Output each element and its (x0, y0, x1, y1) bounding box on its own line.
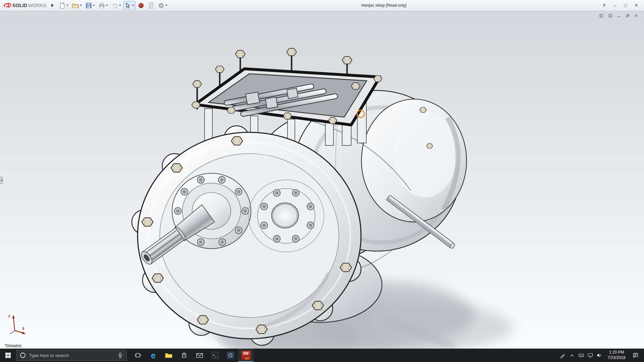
titlebar: SOLIDWORKS (0, 0, 644, 11)
undo-button[interactable] (110, 1, 122, 10)
network-icon (587, 352, 593, 358)
close-button[interactable]: × (631, 1, 641, 10)
rebuild-icon (138, 2, 144, 9)
start-button[interactable] (0, 349, 16, 362)
pen-workspace-button[interactable] (558, 349, 568, 362)
action-center-icon (633, 352, 639, 358)
pane-right-icon[interactable] (607, 13, 613, 18)
action-center-button[interactable] (629, 349, 642, 362)
app-tile-icon (227, 352, 234, 359)
save-button[interactable] (84, 1, 96, 10)
dropdown-arrow-icon[interactable] (106, 5, 108, 6)
solidworks-ds-icon (3, 2, 11, 8)
command-prompt-button[interactable]: >_ (207, 349, 223, 362)
cortana-icon (20, 352, 26, 358)
document-window-controls (598, 13, 639, 18)
mail-button[interactable] (192, 349, 207, 362)
pen-icon (560, 353, 566, 358)
touch-keyboard-icon (578, 352, 584, 358)
file-explorer-icon (165, 352, 172, 359)
mail-icon (196, 353, 203, 358)
orientation-triad: Y X (5, 313, 27, 337)
select-cursor-icon (125, 2, 131, 9)
clock-time: 1:20 PM (604, 350, 629, 355)
dropdown-arrow-icon[interactable] (165, 5, 167, 6)
app-tile-button[interactable] (223, 349, 238, 362)
rebuild-button[interactable] (137, 1, 146, 10)
solidworks-taskbar-button[interactable]: SW 2017 (238, 349, 254, 362)
store-button[interactable] (176, 349, 192, 362)
system-tray: 1:20 PM 7/23/2018 (558, 349, 644, 362)
file-properties-button[interactable] (147, 1, 156, 10)
undo-icon (112, 2, 118, 9)
open-folder-icon (72, 2, 79, 9)
doc-restore-button[interactable] (625, 13, 631, 18)
new-document-icon (59, 2, 65, 9)
pane-left-icon[interactable] (598, 13, 604, 18)
print-button[interactable] (97, 1, 109, 10)
dropdown-arrow-icon[interactable] (80, 5, 82, 6)
solidworks-2017-icon: SW 2017 (241, 351, 251, 360)
file-explorer-button[interactable] (161, 349, 176, 362)
brand-text-bold: SOLID (12, 3, 27, 8)
task-view-icon (135, 352, 141, 359)
options-button[interactable] (157, 1, 169, 10)
clock-date: 7/23/2018 (604, 355, 629, 361)
window-controls: ? – □ × (599, 1, 644, 10)
taskbar-clock[interactable]: 1:20 PM 7/23/2018 (604, 350, 629, 360)
chevron-up-icon (570, 353, 575, 358)
menu-expand-arrow-icon[interactable] (51, 4, 54, 7)
touch-keyboard-button[interactable] (577, 349, 586, 362)
triad-x-label: X (22, 327, 24, 330)
hidden-icons-button[interactable] (568, 349, 577, 362)
edge-icon: e (151, 351, 156, 360)
svg-text:>_: >_ (213, 353, 217, 357)
graphics-area[interactable]: Y X *Dimetric (0, 11, 644, 349)
open-button[interactable] (71, 1, 83, 10)
document-title: menjac sklop [Read-only] (169, 3, 599, 8)
save-icon (86, 2, 92, 9)
windows-logo-icon (5, 352, 11, 358)
doc-close-button[interactable] (633, 13, 639, 18)
quick-access-toolbar (58, 1, 169, 10)
solidworks-logo: SOLIDWORKS (0, 2, 49, 8)
maximize-button[interactable]: □ (621, 1, 631, 10)
taskbar-spacer (254, 349, 558, 362)
microphone-icon[interactable] (117, 352, 123, 358)
select-tool-button[interactable] (123, 1, 136, 10)
edge-button[interactable]: e (146, 349, 161, 362)
help-button[interactable]: ? (599, 1, 609, 10)
chevron-left-icon (1, 179, 2, 181)
network-button[interactable] (586, 349, 595, 362)
gearbox-model-canvas[interactable] (0, 11, 644, 349)
store-icon (181, 352, 187, 359)
search-placeholder-text: Type here to search (29, 353, 114, 358)
taskbar-apps: e >_ (130, 349, 254, 362)
dropdown-arrow-icon[interactable] (132, 5, 134, 6)
minimize-button[interactable]: – (610, 1, 620, 10)
volume-icon (596, 352, 602, 358)
new-document-button[interactable] (58, 1, 70, 10)
file-properties-icon (148, 2, 154, 9)
volume-button[interactable] (595, 349, 604, 362)
dropdown-arrow-icon[interactable] (66, 5, 68, 6)
view-orientation-label: *Dimetric (5, 344, 22, 348)
feature-panel-collapse-tab[interactable] (0, 177, 3, 184)
triad-y-label: Y (8, 315, 10, 318)
doc-minimize-button[interactable] (616, 13, 622, 18)
windows-taskbar: Type here to search e (0, 349, 644, 362)
options-gear-icon (158, 2, 164, 9)
brand-text-light: WORKS (28, 3, 46, 8)
task-view-button[interactable] (130, 349, 146, 362)
taskbar-search[interactable]: Type here to search (16, 350, 127, 361)
command-prompt-icon: >_ (211, 352, 219, 359)
dropdown-arrow-icon[interactable] (93, 5, 95, 6)
print-icon (99, 2, 105, 9)
dropdown-arrow-icon[interactable] (119, 5, 121, 6)
